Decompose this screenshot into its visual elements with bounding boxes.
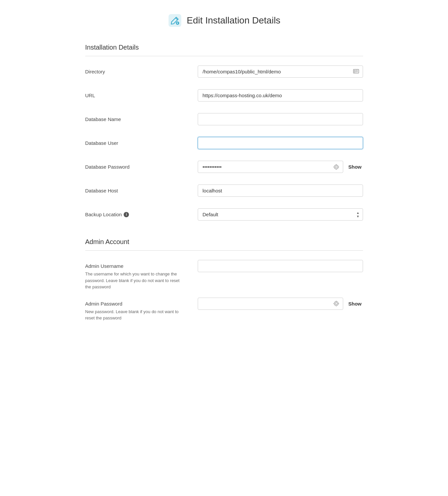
svg-point-14 (334, 302, 338, 306)
svg-point-8 (334, 165, 338, 169)
database-host-input[interactable] (198, 185, 363, 197)
database-user-label: Database User (85, 140, 198, 146)
backup-location-select[interactable]: Default (198, 208, 363, 221)
svg-point-13 (335, 303, 337, 305)
database-name-row: Database Name (85, 113, 363, 130)
page-header: Edit Installation Details (85, 13, 363, 28)
backup-location-row: Backup Location i Default ▲ ▼ (85, 208, 363, 225)
directory-icon (353, 68, 359, 75)
password-icon (333, 164, 339, 170)
directory-input-wrapper (198, 65, 363, 78)
admin-password-icon (333, 301, 339, 307)
backup-location-select-wrapper: Default ▲ ▼ (198, 208, 363, 221)
admin-username-row: Admin Username The username for which yo… (85, 260, 363, 290)
password-row: Show (198, 161, 363, 173)
database-name-input[interactable] (198, 113, 363, 125)
installation-section-title: Installation Details (85, 44, 363, 51)
admin-username-label: Admin Username (85, 263, 198, 269)
admin-section-divider (85, 250, 363, 251)
svg-rect-0 (169, 15, 181, 26)
backup-location-label: Backup Location i (85, 212, 198, 217)
svg-rect-3 (354, 70, 355, 72)
page-title: Edit Installation Details (187, 15, 280, 26)
svg-point-7 (335, 166, 337, 168)
url-label: URL (85, 93, 198, 98)
database-user-row: Database User (85, 137, 363, 153)
database-name-label: Database Name (85, 116, 198, 122)
section-divider (85, 56, 363, 56)
url-row: URL (85, 89, 363, 106)
directory-label: Directory (85, 69, 198, 74)
database-password-label: Database Password (85, 164, 198, 170)
database-password-row: Database Password (85, 161, 363, 177)
admin-account-section: Admin Account Admin Username The usernam… (85, 238, 363, 321)
database-host-row: Database Host (85, 185, 363, 201)
admin-password-desc: New password. Leave blank if you do not … (85, 309, 184, 321)
directory-row: Directory (85, 65, 363, 82)
database-password-input[interactable] (198, 161, 343, 173)
db-password-show-button[interactable]: Show (347, 164, 363, 170)
database-host-label: Database Host (85, 188, 198, 193)
directory-input[interactable] (198, 65, 363, 78)
backup-location-info-icon[interactable]: i (124, 212, 129, 217)
admin-password-row-inner: Show (198, 298, 363, 310)
admin-password-label: Admin Password (85, 301, 198, 307)
admin-section-title: Admin Account (85, 238, 363, 246)
admin-username-input[interactable] (198, 260, 363, 272)
database-user-input[interactable] (198, 137, 363, 149)
admin-password-row: Admin Password New password. Leave blank… (85, 298, 363, 321)
admin-username-desc: The username for which you want to chang… (85, 271, 184, 290)
admin-password-input[interactable] (198, 298, 343, 310)
admin-password-show-button[interactable]: Show (347, 301, 363, 307)
url-input[interactable] (198, 89, 363, 102)
edit-icon (168, 13, 182, 28)
installation-details-section: Installation Details Directory (85, 44, 363, 225)
